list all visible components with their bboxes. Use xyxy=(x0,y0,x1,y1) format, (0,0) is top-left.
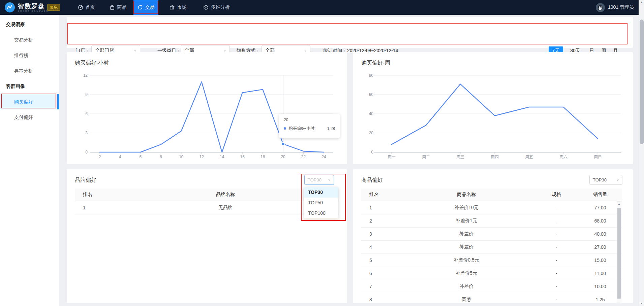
svg-text:2: 2 xyxy=(99,155,101,159)
sidebar-item-link[interactable]: 交易分析 xyxy=(0,32,59,47)
table-row: 6补差价5元-11.00 xyxy=(361,267,622,280)
column-header: 规格 xyxy=(534,189,578,201)
app-logo[interactable]: 智数罗盘 SMART COMPASS xyxy=(5,2,49,12)
sidebar-item-link[interactable]: 异常分析 xyxy=(0,63,59,78)
svg-text:12: 12 xyxy=(200,155,204,159)
goods-icon xyxy=(110,5,115,10)
table-cell: 10.00 xyxy=(578,280,622,293)
nav-item-analysis[interactable]: 多维分析 xyxy=(197,0,236,15)
scroll-up-icon[interactable]: ▲ xyxy=(639,0,644,5)
page-scrollbar[interactable]: ▲ ▼ xyxy=(639,0,644,306)
chevron-down-icon: ∨ xyxy=(328,178,331,181)
sidebar-item-link[interactable]: 排行榜 xyxy=(0,47,59,63)
table-row: 8圆葱-1.25 xyxy=(361,293,622,306)
logo-subtitle: SMART COMPASS xyxy=(18,10,49,12)
table-row: 1无品牌 xyxy=(75,201,339,214)
hour-preference-line-chart[interactable]: 03691224681012141618202224 xyxy=(67,52,347,164)
dashboard-icon xyxy=(78,5,83,10)
scroll-down-icon[interactable]: ▼ xyxy=(639,301,644,306)
market-icon xyxy=(170,5,175,10)
table-cell: 补差价1元 xyxy=(398,214,534,227)
scroll-up-icon[interactable]: ▲ xyxy=(617,202,621,205)
brand-topn-select[interactable]: TOP30∨ xyxy=(304,175,334,185)
table-cell: - xyxy=(534,201,578,214)
table-row: 2补差价1元-68.00 xyxy=(361,214,622,227)
dropdown-option-top100[interactable]: TOP100 xyxy=(304,208,338,218)
table-cell: 40.00 xyxy=(578,227,622,240)
table-cell: 5 xyxy=(361,253,398,267)
sidebar-item-selected[interactable]: 购买偏好 xyxy=(0,94,59,109)
goods-topn-select[interactable]: TOP30∨ xyxy=(589,175,622,185)
svg-text:24: 24 xyxy=(321,155,326,159)
week-preference-line-chart[interactable]: 020406080周一周二周三周四周五周六周日 xyxy=(353,52,633,164)
table-cell: 8 xyxy=(361,293,398,306)
brand-topn-dropdown: TOP30TOP50TOP100 xyxy=(304,187,338,218)
table-scrollbar-thumb[interactable] xyxy=(617,208,621,299)
logo-title: 智数罗盘 xyxy=(18,3,49,9)
table-scrollbar[interactable]: ▲ xyxy=(617,201,621,303)
table-cell: 1 xyxy=(75,201,112,214)
table-cell: - xyxy=(534,214,578,227)
table-cell: - xyxy=(534,240,578,253)
table-cell: 2 xyxy=(361,214,398,227)
penguin-icon xyxy=(597,4,604,11)
svg-text:16: 16 xyxy=(240,155,245,159)
nav-item-label: 多维分析 xyxy=(211,4,230,10)
svg-text:40: 40 xyxy=(369,111,374,116)
app-root: 智数罗盘 SMART COMPASS 限免 首页商品交易市场多维分析 1001 … xyxy=(0,0,644,306)
user-account[interactable]: 1001 管理员 xyxy=(596,0,634,15)
brand-preference-card: 品牌偏好 TOP30∨ TOP30TOP50TOP100 排名品牌名称1无品牌 xyxy=(67,169,347,303)
table-cell: 补差价 xyxy=(398,227,534,240)
svg-text:周一: 周一 xyxy=(388,155,396,159)
svg-text:0: 0 xyxy=(371,150,373,155)
table-cell: 补差价0.5元 xyxy=(398,253,534,267)
filter-bar: 门店： 全部门店∨ 一级类目： 全部∨ 销售方式： 全部∨ 统计时间： 2020… xyxy=(67,17,633,48)
svg-text:周二: 周二 xyxy=(422,155,430,159)
table-cell: 27.00 xyxy=(578,240,622,253)
chevron-down-icon: ∨ xyxy=(616,178,619,181)
svg-text:80: 80 xyxy=(369,73,374,78)
nav-item-label: 交易 xyxy=(145,4,155,10)
goods-preference-card: 商品偏好 TOP30∨ 排名商品名称规格销售量1补差价10元-77.002补差价… xyxy=(353,169,633,303)
chevron-down-icon: ∨ xyxy=(304,49,307,52)
svg-text:18: 18 xyxy=(260,155,265,159)
table-cell: 77.00 xyxy=(578,201,622,214)
table-row: 4补差价-27.00 xyxy=(361,240,622,253)
sidebar: 交易洞察交易分析排行榜异常分析客群画像购买偏好支付偏好 xyxy=(0,15,59,306)
goods-section-title: 商品偏好 xyxy=(361,177,383,184)
column-header: 商品名称 xyxy=(398,189,534,201)
free-badge: 限免 xyxy=(47,4,60,11)
table-cell: 1.25 xyxy=(578,293,622,306)
table-cell: 11.00 xyxy=(578,267,622,280)
table-cell: 68.00 xyxy=(578,214,622,227)
tooltip-x-value: 20 xyxy=(284,117,335,122)
dropdown-option-top50[interactable]: TOP50 xyxy=(304,198,338,208)
table-cell: 补差价10元 xyxy=(398,201,534,214)
nav-item-market[interactable]: 市场 xyxy=(165,0,191,15)
table-cell: - xyxy=(534,267,578,280)
series-dot-icon xyxy=(284,127,286,130)
svg-text:9: 9 xyxy=(85,92,88,97)
table-row: 3补差价-40.00 xyxy=(361,227,622,240)
sidebar-item-link[interactable]: 支付偏好 xyxy=(0,109,59,125)
logo-text: 智数罗盘 SMART COMPASS xyxy=(18,3,49,12)
chevron-down-icon: ∨ xyxy=(223,49,226,52)
table-cell: 补差价 xyxy=(398,240,534,253)
nav-item-goods[interactable]: 商品 xyxy=(105,0,131,15)
page-scrollbar-thumb[interactable] xyxy=(640,20,644,144)
trade-icon xyxy=(137,5,143,10)
nav-item-trade[interactable]: 交易 xyxy=(133,0,158,15)
dropdown-option-top30[interactable]: TOP30 xyxy=(304,187,338,198)
svg-text:周日: 周日 xyxy=(594,155,602,159)
table-cell: - xyxy=(534,293,578,306)
svg-text:6: 6 xyxy=(85,111,88,116)
nav-item-dashboard[interactable]: 首页 xyxy=(73,0,99,15)
table-cell: 1 xyxy=(361,201,398,214)
table-cell: 圆葱 xyxy=(398,293,534,306)
table-cell: - xyxy=(534,280,578,293)
goods-table: 排名商品名称规格销售量1补差价10元-77.002补差价1元-68.003补差价… xyxy=(361,189,622,306)
user-name: 1001 管理员 xyxy=(608,4,634,10)
brand-table: 排名品牌名称1无品牌 xyxy=(75,189,339,214)
pulse-line-icon xyxy=(6,4,13,11)
sidebar-section-title: 交易洞察 xyxy=(0,16,59,32)
